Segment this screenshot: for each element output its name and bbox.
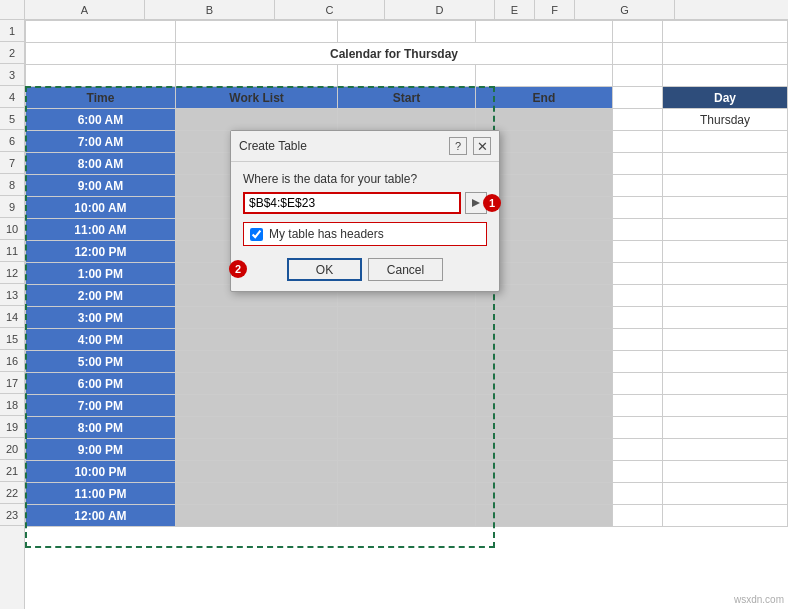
- headers-checkbox[interactable]: [250, 228, 263, 241]
- table-row: Time Work List Start End Day: [26, 87, 788, 109]
- table-row: 8:00 PM: [26, 417, 788, 439]
- row-header-22: 22: [0, 482, 24, 504]
- col-header-c: B: [145, 0, 275, 19]
- table-row: Calendar for Thursday: [26, 43, 788, 65]
- create-table-dialog: Create Table ? ✕ Where is the data for y…: [230, 130, 500, 292]
- dialog-help-button[interactable]: ?: [449, 137, 467, 155]
- table-row: 7:00 PM: [26, 395, 788, 417]
- dialog-range-label: Where is the data for your table?: [243, 172, 487, 186]
- row-headers: 1 2 3 4 5 6 7 8 9 10 11 12 13 14 15 16 1…: [0, 20, 25, 609]
- row-header-16: 16: [0, 350, 24, 372]
- row-header-8: 8: [0, 174, 24, 196]
- dialog-cancel-button[interactable]: Cancel: [368, 258, 443, 281]
- spreadsheet-title: Calendar for Thursday: [175, 43, 612, 65]
- col-header-h: G: [575, 0, 675, 19]
- row-header-11: 11: [0, 240, 24, 262]
- row-header-4: 4: [0, 86, 24, 108]
- col-header-b: A: [25, 0, 145, 19]
- table-row: 5:00 PM: [26, 351, 788, 373]
- row-header-7: 7: [0, 152, 24, 174]
- col-header-g: F: [535, 0, 575, 19]
- row-header-14: 14: [0, 306, 24, 328]
- row-header-12: 12: [0, 262, 24, 284]
- row-header-6: 6: [0, 130, 24, 152]
- step-badge-1: 1: [483, 194, 501, 212]
- table-range-input[interactable]: [243, 192, 461, 214]
- table-row: 9:00 PM: [26, 439, 788, 461]
- table-row: 6:00 PM: [26, 373, 788, 395]
- spreadsheet-body: 1 2 3 4 5 6 7 8 9 10 11 12 13 14 15 16 1…: [0, 20, 788, 609]
- col-header-f: E: [495, 0, 535, 19]
- col-header-a: [0, 0, 25, 19]
- dialog-title: Create Table: [239, 139, 307, 153]
- col-header-d: C: [275, 0, 385, 19]
- table-row: [26, 65, 788, 87]
- row-header-17: 17: [0, 372, 24, 394]
- row-header-2: 2: [0, 42, 24, 64]
- row-header-19: 19: [0, 416, 24, 438]
- dialog-input-row: 1: [243, 192, 487, 214]
- table-row: 11:00 PM: [26, 483, 788, 505]
- dialog-titlebar: Create Table ? ✕: [231, 131, 499, 162]
- dialog-close-button[interactable]: ✕: [473, 137, 491, 155]
- row-header-13: 13: [0, 284, 24, 306]
- dialog-body: Where is the data for your table? 1 My t…: [231, 162, 499, 291]
- row-header-1: 1: [0, 20, 24, 42]
- table-row: 10:00 PM: [26, 461, 788, 483]
- table-row: 4:00 PM: [26, 329, 788, 351]
- row-header-18: 18: [0, 394, 24, 416]
- step-badge-2: 2: [229, 260, 247, 278]
- row-header-15: 15: [0, 328, 24, 350]
- table-row: 6:00 AM Thursday: [26, 109, 788, 131]
- watermark: wsxdn.com: [734, 594, 784, 605]
- row-header-21: 21: [0, 460, 24, 482]
- row-header-23: 23: [0, 504, 24, 526]
- dialog-buttons: 2 OK Cancel: [243, 258, 487, 281]
- dialog-ok-button[interactable]: OK: [287, 258, 362, 281]
- dialog-checkbox-row: My table has headers: [243, 222, 487, 246]
- table-row: 3:00 PM: [26, 307, 788, 329]
- spreadsheet: A B C D E F G 1 2 3 4 5 6 7 8 9 10 11 12…: [0, 0, 788, 609]
- row-header-5: 5: [0, 108, 24, 130]
- headers-checkbox-label: My table has headers: [269, 227, 384, 241]
- table-row: 12:00 AM: [26, 505, 788, 527]
- column-headers: A B C D E F G: [0, 0, 788, 20]
- row-header-20: 20: [0, 438, 24, 460]
- row-header-10: 10: [0, 218, 24, 240]
- row-header-3: 3: [0, 64, 24, 86]
- row-header-9: 9: [0, 196, 24, 218]
- table-row: [26, 21, 788, 43]
- cells-area: Calendar for Thursday Time Work List: [25, 20, 788, 609]
- col-header-e: D: [385, 0, 495, 19]
- dialog-title-buttons: ? ✕: [449, 137, 491, 155]
